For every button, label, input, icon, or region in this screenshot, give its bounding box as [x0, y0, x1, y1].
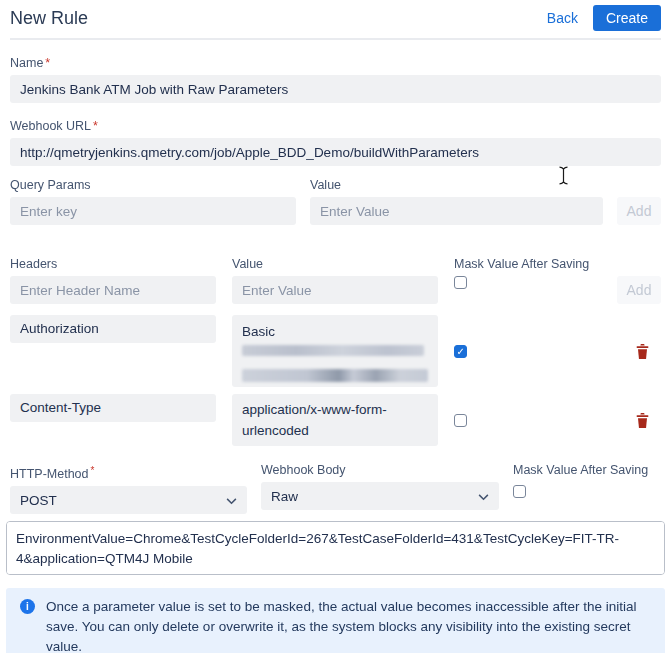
header-key-content-type: Content-Type [10, 394, 216, 422]
content-type-mask-checkbox[interactable] [454, 414, 467, 427]
webhook-url-field-group: Webhook URL* [10, 119, 661, 166]
create-button[interactable]: Create [593, 5, 661, 31]
name-input[interactable] [10, 75, 661, 103]
webhook-url-input[interactable] [10, 138, 661, 166]
headers-label: Headers [10, 257, 216, 272]
masked-secret-line-2 [242, 369, 428, 382]
name-field-group: Name* [10, 56, 661, 103]
webhook-body-label: Webhook Body [261, 463, 499, 478]
new-rule-form: New Rule Back Create Name* Webhook URL* … [0, 0, 668, 653]
method-row: HTTP-Method* POST Webhook Body Raw Mask … [10, 463, 661, 514]
authorization-mask-checkbox[interactable] [454, 345, 467, 358]
page-header: New Rule Back Create [10, 0, 661, 40]
headers-row: Headers Value Mask Value After Saving Ad… [10, 257, 661, 304]
http-method-label: HTTP-Method* [10, 463, 247, 482]
body-mask-checkbox[interactable] [513, 485, 526, 498]
auth-value-prefix: Basic [242, 320, 428, 342]
header-value-input[interactable] [232, 276, 438, 304]
header-key-authorization: Authorization [10, 315, 216, 343]
webhook-body-textarea[interactable]: EnvironmentValue=Chrome&TestCycleFolderI… [6, 521, 665, 575]
webhook-url-label: Webhook URL* [10, 119, 661, 134]
delete-content-type-button[interactable] [636, 413, 649, 428]
webhook-body-select[interactable]: Raw [261, 482, 499, 510]
info-icon: i [20, 599, 35, 614]
header-value-label: Value [232, 257, 438, 272]
trash-icon [636, 416, 649, 431]
header-value-authorization: Basic [232, 315, 438, 387]
mask-value-label: Mask Value After Saving [513, 463, 661, 478]
header-row-authorization: Authorization Basic [10, 315, 661, 387]
header-key-input[interactable] [10, 276, 216, 304]
back-link[interactable]: Back [547, 10, 578, 26]
trash-icon [636, 347, 649, 362]
required-asterisk: * [93, 119, 98, 133]
header-mask-checkbox[interactable] [454, 276, 467, 289]
query-param-value-label: Value [310, 178, 603, 193]
page-title: New Rule [10, 8, 547, 29]
query-params-row: Query Params Value Add [10, 178, 661, 225]
name-label: Name* [10, 56, 661, 71]
chevron-down-icon [226, 493, 237, 508]
header-value-content-type: application/x-www-form-urlencoded [232, 394, 438, 446]
query-params-label: Query Params [10, 178, 296, 193]
webhook-body-value: Raw [271, 489, 298, 504]
query-param-key-input[interactable] [10, 197, 296, 225]
chevron-down-icon [478, 489, 489, 504]
masked-secret-line-1 [242, 345, 424, 356]
header-row-content-type: Content-Type application/x-www-form-urle… [10, 394, 661, 446]
required-asterisk: * [45, 56, 50, 70]
mask-value-label: Mask Value After Saving [454, 257, 601, 272]
query-param-add-button[interactable]: Add [617, 197, 661, 225]
delete-authorization-button[interactable] [636, 344, 649, 359]
required-asterisk: * [91, 465, 95, 476]
info-note-text: Once a parameter value is set to be mask… [46, 597, 649, 653]
header-add-button[interactable]: Add [617, 276, 661, 304]
http-method-select[interactable]: POST [10, 486, 247, 514]
query-param-value-input[interactable] [310, 197, 603, 225]
info-note: i Once a parameter value is set to be ma… [6, 588, 665, 653]
http-method-value: POST [20, 493, 57, 508]
